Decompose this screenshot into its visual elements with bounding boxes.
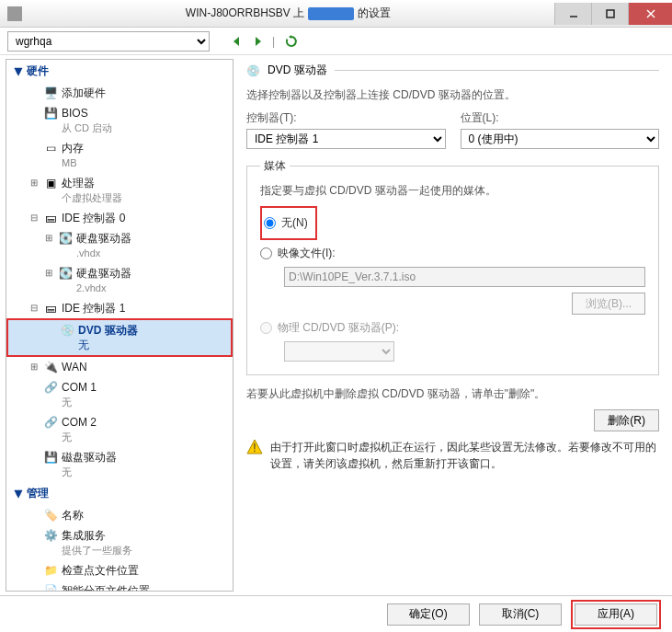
title-redacted — [308, 7, 354, 20]
cancel-button[interactable]: 取消(C) — [479, 603, 562, 626]
network-icon: 🔌 — [43, 360, 58, 374]
add-hardware-item[interactable]: 🖥️ 添加硬件 — [6, 83, 233, 103]
maximize-button[interactable] — [591, 3, 628, 25]
apply-highlight: 应用(A) — [571, 600, 661, 629]
dvd-icon: 💿 — [246, 64, 260, 77]
checkpoint-icon: 📁 — [43, 563, 58, 578]
nav-back-button[interactable] — [228, 33, 245, 50]
integration-icon: ⚙️ — [43, 528, 58, 543]
warning-text: 由于打开此窗口时虚拟机正在运行，因此某些设置无法修改。若要修改不可用的设置，请关… — [270, 439, 659, 472]
hardware-header[interactable]: ⯆硬件 — [6, 60, 233, 83]
com1-item[interactable]: 🔗 COM 1无 — [6, 377, 233, 412]
floppy-icon: 💾 — [43, 450, 58, 465]
add-hardware-icon: 🖥️ — [43, 86, 58, 100]
management-header[interactable]: ⯆管理 — [6, 482, 233, 505]
hdd-icon: 💽 — [58, 266, 73, 281]
refresh-button[interactable] — [283, 33, 300, 50]
browse-button: 浏览(B)... — [572, 293, 645, 315]
vm-selector[interactable]: wgrhqa — [7, 31, 210, 52]
memory-item[interactable]: ▭ 内存 MB — [6, 138, 233, 173]
com-port-icon: 🔗 — [43, 415, 58, 430]
controller-select[interactable]: IDE 控制器 1 — [246, 129, 446, 149]
panel-description: 选择控制器以及控制器上连接 CD/DVD 驱动器的位置。 — [246, 87, 659, 103]
apply-button[interactable]: 应用(A) — [575, 603, 657, 626]
dialog-footer: 确定(O) 取消(C) 应用(A) — [0, 595, 672, 632]
media-none-input[interactable] — [264, 217, 276, 229]
ok-button[interactable]: 确定(O) — [387, 603, 470, 626]
hardware-tree: ⯆硬件 🖥️ 添加硬件 💾 BIOS从 CD 启动 ▭ 内存 MB ⊞▣ 处理器… — [6, 59, 233, 592]
wan-item[interactable]: ⊞🔌 WAN — [6, 357, 233, 377]
close-button[interactable] — [628, 3, 672, 25]
name-icon: 🏷️ — [43, 508, 58, 523]
media-physical-input — [260, 322, 272, 334]
controller-label: 控制器(T): — [246, 110, 446, 126]
bios-item[interactable]: 💾 BIOS从 CD 启动 — [6, 103, 233, 138]
panel-title: DVD 驱动器 — [268, 63, 327, 78]
cpu-icon: ▣ — [43, 176, 58, 190]
none-highlight: 无(N) — [260, 206, 317, 240]
warning-icon: ! — [246, 439, 263, 455]
settings-panel: 💿 DVD 驱动器 选择控制器以及控制器上连接 CD/DVD 驱动器的位置。 控… — [233, 55, 672, 595]
svg-marker-4 — [233, 37, 239, 46]
controller-icon: 🖴 — [43, 211, 58, 225]
checkpoint-item[interactable]: 📁 检查点文件位置 — [6, 560, 233, 580]
nav-forward-button[interactable] — [250, 33, 267, 50]
image-path-input — [284, 267, 645, 287]
dvd-item[interactable]: 💿 DVD 驱动器无 — [8, 320, 231, 355]
svg-rect-1 — [607, 10, 614, 17]
com2-item[interactable]: 🔗 COM 2无 — [6, 412, 233, 447]
dvd-highlight: 💿 DVD 驱动器无 — [6, 318, 233, 357]
minimize-button[interactable] — [554, 3, 591, 25]
remove-button[interactable]: 删除(R) — [594, 409, 659, 431]
hdd1-item[interactable]: ⊞💽 硬盘驱动器 .vhdx — [6, 228, 233, 263]
cpu-item[interactable]: ⊞▣ 处理器 个虚拟处理器 — [6, 173, 233, 208]
paging-item[interactable]: 📄 智能分页文件位置 — [6, 580, 233, 592]
location-select[interactable]: 0 (使用中) — [461, 129, 660, 149]
floppy-item[interactable]: 💾 磁盘驱动器无 — [6, 447, 233, 482]
media-none-radio[interactable]: 无(N) — [264, 215, 308, 231]
svg-text:!: ! — [253, 442, 256, 454]
memory-icon: ▭ — [43, 141, 58, 155]
window-title: WIN-J80ORRBHSBV 上的设置 — [22, 6, 554, 21]
app-icon — [7, 6, 22, 21]
media-legend: 媒体 — [260, 158, 290, 174]
remove-description: 若要从此虚拟机中删除虚拟 CD/DVD 驱动器，请单击"删除"。 — [246, 386, 659, 402]
hdd2-item[interactable]: ⊞💽 硬盘驱动器2.vhdx — [6, 263, 233, 298]
svg-marker-5 — [256, 37, 261, 46]
physical-drive-select — [284, 341, 394, 362]
paging-icon: 📄 — [43, 583, 58, 592]
com-port-icon: 🔗 — [43, 380, 58, 395]
ide1-item[interactable]: ⊟🖴 IDE 控制器 1 — [6, 298, 233, 318]
bios-icon: 💾 — [43, 106, 58, 121]
location-label: 位置(L): — [461, 110, 660, 126]
hdd-icon: 💽 — [58, 231, 73, 246]
toolbar: wgrhqa | — [0, 28, 672, 55]
svg-marker-6 — [289, 35, 291, 39]
dvd-icon: 💿 — [60, 323, 74, 338]
integration-item[interactable]: ⚙️ 集成服务提供了一些服务 — [6, 525, 233, 560]
media-fieldset: 媒体 指定要与虚拟 CD/DVD 驱动器一起使用的媒体。 无(N) 映像文件(I… — [246, 158, 659, 375]
media-image-radio[interactable]: 映像文件(I): — [260, 246, 645, 261]
controller-icon: 🖴 — [43, 301, 58, 316]
media-description: 指定要与虚拟 CD/DVD 驱动器一起使用的媒体。 — [260, 183, 645, 199]
media-image-input[interactable] — [260, 247, 272, 259]
name-item[interactable]: 🏷️ 名称 — [6, 505, 233, 525]
ide0-item[interactable]: ⊟🖴 IDE 控制器 0 — [6, 208, 233, 228]
media-physical-radio: 物理 CD/DVD 驱动器(P): — [260, 320, 645, 336]
window-titlebar: WIN-J80ORRBHSBV 上的设置 — [0, 0, 672, 28]
